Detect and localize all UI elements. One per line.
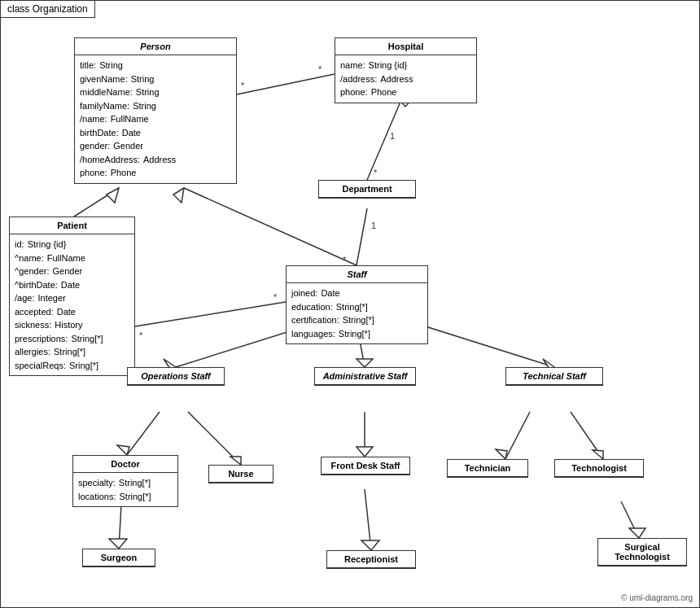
class-receptionist-title: Receptionist (327, 551, 415, 568)
svg-line-20 (127, 412, 160, 455)
svg-marker-11 (107, 188, 119, 203)
svg-marker-31 (109, 539, 127, 549)
class-nurse-title: Nurse (209, 466, 273, 483)
class-technical-staff-title: Technical Staff (506, 368, 602, 385)
class-administrative-staff-title: Administrative Staff (315, 368, 415, 385)
class-technologist-title: Technologist (555, 460, 643, 477)
svg-text:*: * (343, 255, 347, 265)
class-patient: Patient id:String {id} ^name:FullName ^g… (9, 217, 135, 376)
class-surgical-technologist: Surgical Technologist (597, 538, 687, 566)
svg-text:*: * (374, 168, 378, 177)
svg-marker-29 (593, 450, 603, 459)
svg-marker-33 (361, 540, 379, 550)
class-person: Person title:String givenName:String mid… (74, 37, 237, 184)
class-department-title: Department (319, 181, 415, 198)
class-staff-body: joined:Date education:String[*] certific… (287, 283, 427, 343)
svg-line-7 (237, 74, 335, 94)
class-front-desk-staff-title: Front Desk Staff (322, 457, 409, 475)
svg-line-28 (571, 412, 603, 459)
class-person-title: Person (75, 38, 236, 55)
class-technologist: Technologist (554, 459, 644, 478)
class-patient-title: Patient (10, 217, 134, 234)
diagram-container: class Organization 1 * 1 * * * (0, 0, 700, 608)
class-receptionist: Receptionist (326, 550, 416, 569)
svg-line-12 (184, 188, 357, 265)
class-front-desk-staff: Front Desk Staff (321, 457, 410, 475)
class-surgeon: Surgeon (82, 549, 155, 567)
svg-text:*: * (241, 81, 245, 90)
svg-marker-23 (230, 457, 241, 465)
copyright-text: © uml-diagrams.org (621, 593, 693, 602)
svg-marker-13 (173, 188, 184, 203)
svg-line-0 (367, 90, 405, 180)
class-patient-body: id:String {id} ^name:FullName ^gender:Ge… (10, 234, 134, 375)
svg-line-30 (119, 504, 121, 549)
class-staff-title: Staff (287, 266, 427, 283)
class-technician-title: Technician (448, 460, 527, 477)
class-person-body: title:String givenName:String middleName… (75, 55, 236, 183)
class-technical-staff: Technical Staff (505, 367, 603, 386)
svg-marker-17 (357, 359, 373, 367)
class-staff: Staff joined:Date education:String[*] ce… (286, 265, 428, 344)
class-surgeon-title: Surgeon (83, 549, 155, 566)
svg-marker-27 (496, 449, 507, 459)
class-hospital-body: name:String {id} /address:Address phone:… (335, 55, 476, 103)
svg-line-32 (365, 489, 371, 550)
svg-line-26 (505, 412, 530, 459)
svg-line-36 (135, 302, 286, 326)
class-operations-staff: Operations Staff (127, 367, 225, 386)
class-nurse: Nurse (208, 465, 273, 483)
svg-text:1: 1 (371, 221, 376, 230)
class-doctor: Doctor specialty:String[*] locations:Str… (72, 455, 178, 507)
svg-text:1: 1 (390, 131, 395, 141)
svg-line-34 (621, 501, 639, 538)
svg-text:*: * (318, 64, 322, 74)
svg-line-4 (357, 208, 367, 265)
svg-marker-21 (117, 445, 129, 455)
svg-text:*: * (273, 292, 278, 302)
svg-marker-35 (629, 528, 645, 538)
class-doctor-body: specialty:String[*] locations:String[*] (73, 473, 177, 506)
svg-line-10 (74, 188, 119, 217)
diagram-title: class Organization (1, 1, 95, 18)
svg-marker-25 (357, 447, 373, 457)
class-hospital: Hospital name:String {id} /address:Addre… (335, 37, 477, 103)
class-operations-staff-title: Operations Staff (128, 368, 224, 385)
svg-line-22 (188, 412, 241, 465)
class-technician: Technician (447, 459, 528, 478)
class-administrative-staff: Administrative Staff (314, 367, 416, 386)
class-hospital-title: Hospital (335, 38, 476, 55)
class-surgical-technologist-title: Surgical Technologist (598, 539, 686, 566)
svg-text:*: * (139, 330, 143, 340)
class-department: Department (318, 180, 416, 199)
class-doctor-title: Doctor (73, 456, 177, 473)
